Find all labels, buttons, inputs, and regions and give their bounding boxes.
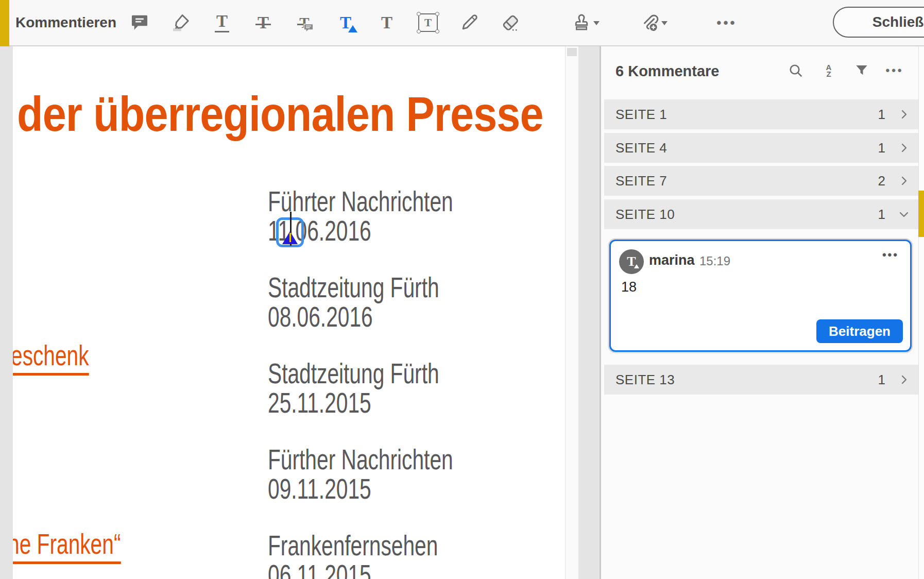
- comments-count-title: 6 Kommentare: [615, 63, 719, 80]
- yellow-accent-bar-left: [0, 0, 9, 46]
- chevron-right-icon[interactable]: [898, 142, 910, 154]
- chevron-right-icon[interactable]: [898, 108, 910, 121]
- sort-icon[interactable]: A Z: [820, 62, 837, 79]
- panel-more-icon[interactable]: •••: [886, 62, 903, 79]
- annotation-tools: T T T T: [130, 0, 737, 45]
- strikethrough-text-glyph: T: [258, 13, 269, 32]
- document-scrollbar-track[interactable]: [565, 46, 579, 579]
- attach-dropdown-caret[interactable]: [661, 21, 668, 28]
- comment-timestamp: 15:19: [699, 254, 730, 268]
- press-source: Fürther Nachrichten: [268, 445, 453, 474]
- comment-card[interactable]: T marina 15:19 ••• 18 Beitragen: [609, 240, 912, 352]
- text-box-glyph: T: [424, 18, 432, 28]
- press-source: Frankenfernsehen: [268, 531, 438, 560]
- page-group-seite-10[interactable]: SEITE 10 1: [604, 199, 918, 229]
- insert-caret-glyph: [348, 25, 357, 32]
- document-viewport: der überregionalen Presse eschenk ne Fra…: [0, 46, 600, 579]
- avatar-caret-icon: [634, 264, 639, 268]
- comments-panel: 6 Kommentare A Z ••• SEITE 1 1: [600, 46, 924, 579]
- page-group-seite-4[interactable]: SEITE 4 1: [604, 133, 918, 163]
- press-date: 08.06.2016: [268, 302, 439, 332]
- page-group-seite-7[interactable]: SEITE 7 2: [604, 166, 918, 196]
- text-box-icon[interactable]: T: [418, 11, 438, 35]
- close-button[interactable]: Schließen: [833, 7, 924, 38]
- chevron-right-icon[interactable]: [898, 175, 910, 187]
- press-date: 09.11.2015: [268, 474, 453, 504]
- page-heading: der überregionalen Presse: [17, 87, 543, 142]
- comment-text: 18: [621, 279, 637, 295]
- press-entry: Frankenfernsehen 06.11.2015: [268, 531, 438, 579]
- press-entry: Stadtzeitung Fürth 08.06.2016: [268, 273, 439, 332]
- press-date: 06.11.2015: [268, 560, 438, 579]
- search-icon[interactable]: [787, 62, 805, 79]
- strike-line: [255, 24, 271, 25]
- document-link-2[interactable]: ne Franken“: [13, 530, 121, 559]
- post-reply-button[interactable]: Beitragen: [816, 319, 903, 343]
- underline-text-icon[interactable]: T: [212, 11, 232, 35]
- underline-text-glyph: T: [215, 13, 229, 32]
- comment-count-badge: 1: [878, 199, 885, 229]
- toolbar-title: Kommentieren: [15, 0, 116, 45]
- sticky-note-icon[interactable]: [130, 11, 149, 35]
- attach-file-icon[interactable]: [640, 11, 659, 35]
- press-source: Stadtzeitung Fürth: [268, 273, 439, 302]
- pdf-page: der überregionalen Presse eschenk ne Fra…: [13, 46, 565, 579]
- document-scrollbar-thumb[interactable]: [567, 48, 577, 56]
- avatar: T: [619, 249, 644, 274]
- chevron-down-icon[interactable]: [898, 208, 910, 220]
- comment-toolbar: Kommentieren T T: [0, 0, 924, 46]
- press-entry: Stadtzeitung Fürth 25.11.2015: [268, 359, 439, 418]
- stamp-icon[interactable]: [572, 11, 591, 35]
- press-source: Führter Nachrichten: [268, 187, 453, 216]
- replace-bubble: [303, 23, 314, 32]
- filter-icon[interactable]: [853, 62, 870, 79]
- panel-header-icons: A Z •••: [787, 62, 903, 79]
- comment-count-badge: 1: [878, 133, 885, 163]
- replace-text-icon[interactable]: T: [295, 11, 314, 35]
- insert-text-annotation[interactable]: [276, 217, 304, 247]
- caret-highlight-sliver: [289, 233, 291, 242]
- insert-text-icon[interactable]: T: [336, 11, 355, 35]
- chevron-right-icon[interactable]: [898, 373, 910, 386]
- press-entry: Fürther Nachrichten 09.11.2015: [268, 445, 453, 504]
- strikethrough-text-icon[interactable]: T: [253, 11, 273, 35]
- more-tools-icon[interactable]: •••: [717, 11, 737, 35]
- add-text-glyph: T: [381, 14, 392, 31]
- press-source: Stadtzeitung Fürth: [268, 359, 439, 388]
- page-group-seite-1[interactable]: SEITE 1 1: [604, 99, 918, 129]
- add-text-icon[interactable]: T: [377, 11, 397, 35]
- panel-scrollbar-thumb-yellow[interactable]: [918, 191, 924, 237]
- comment-count-badge: 2: [878, 166, 885, 196]
- highlight-icon[interactable]: [171, 11, 191, 35]
- stamp-dropdown-caret[interactable]: [593, 21, 600, 28]
- comment-author: marina: [649, 252, 695, 268]
- eraser-icon[interactable]: [501, 11, 520, 35]
- page-group-seite-13[interactable]: SEITE 13 1: [604, 365, 918, 395]
- comment-count-badge: 1: [878, 365, 885, 395]
- draw-pencil-icon[interactable]: [459, 11, 479, 35]
- comment-options-icon[interactable]: •••: [882, 248, 899, 262]
- panel-scrollbar-track[interactable]: [918, 46, 924, 579]
- press-date: 25.11.2015: [268, 388, 439, 418]
- comment-count-badge: 1: [878, 99, 885, 129]
- document-link-1[interactable]: eschenk: [13, 341, 89, 370]
